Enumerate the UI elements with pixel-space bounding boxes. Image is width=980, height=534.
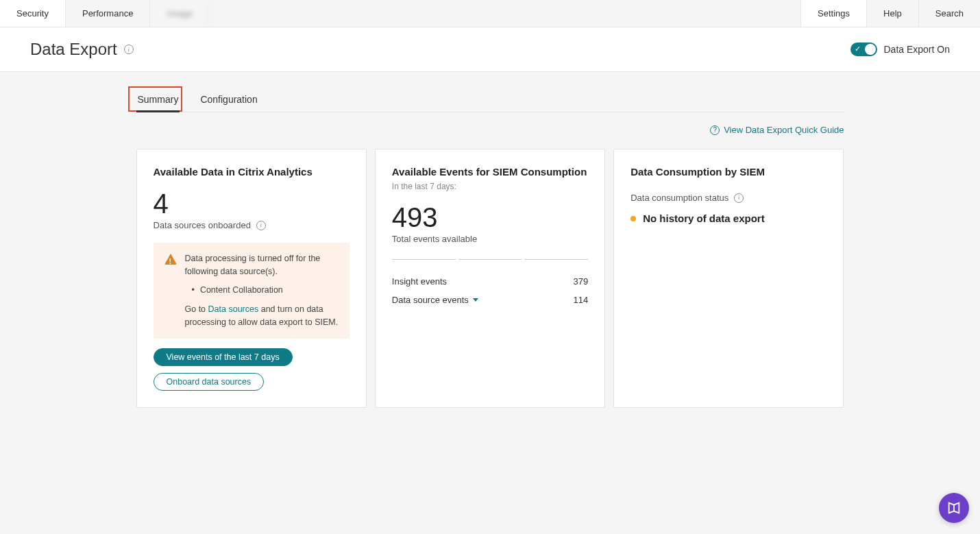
status-label: Data consumption status xyxy=(630,193,728,203)
view-events-button[interactable]: View events of the last 7 days xyxy=(154,348,293,366)
tab-summary[interactable]: Summary xyxy=(136,88,180,112)
page-title-text: Data Export xyxy=(30,40,117,59)
info-icon[interactable]: i xyxy=(124,45,134,54)
nav-blurred[interactable]: Usage xyxy=(150,0,210,27)
metric-value: 379 xyxy=(573,276,588,287)
card3-title: Data Consumption by SIEM xyxy=(630,166,826,178)
nav-performance[interactable]: Performance xyxy=(66,0,150,27)
nav-search[interactable]: Search xyxy=(918,0,980,27)
data-sources-link[interactable]: Data sources xyxy=(208,304,259,314)
card1-title: Available Data in Citrix Analytics xyxy=(154,166,350,178)
info-icon[interactable]: i xyxy=(256,221,266,230)
nav-security[interactable]: Security xyxy=(0,0,66,27)
warning-icon xyxy=(164,254,177,265)
card-available-data: Available Data in Citrix Analytics 4 Dat… xyxy=(136,149,367,408)
top-nav: Security Performance Usage Settings Help… xyxy=(0,0,980,27)
chevron-down-icon xyxy=(473,298,478,302)
metric-name: Data source events xyxy=(392,295,469,305)
data-export-toggle[interactable] xyxy=(850,43,877,56)
card2-title: Available Events for SIEM Consumption xyxy=(392,166,588,178)
help-circle-icon: ? xyxy=(710,125,720,135)
card-available-events: Available Events for SIEM Consumption In… xyxy=(375,149,605,408)
card2-subtext: In the last 7 days: xyxy=(392,182,588,191)
card1-big-number: 4 xyxy=(154,190,350,217)
divider-segments xyxy=(392,259,588,260)
metric-row-insight: Insight events 379 xyxy=(392,272,588,291)
status-row: No history of data export xyxy=(630,213,826,224)
card2-big-number: 493 xyxy=(392,204,588,231)
info-icon[interactable]: i xyxy=(734,193,744,203)
warning-line1: Data processing is turned off for the fo… xyxy=(185,252,339,278)
status-dot-icon xyxy=(630,216,636,221)
metric-name: Insight events xyxy=(392,276,447,287)
card2-metric-label: Total events available xyxy=(392,234,588,244)
onboard-data-sources-button[interactable]: Onboard data sources xyxy=(154,373,265,391)
status-text: No history of data export xyxy=(643,213,765,224)
page-header: Data Export i Data Export On xyxy=(0,27,980,72)
nav-settings[interactable]: Settings xyxy=(800,0,866,27)
quick-guide-text: View Data Export Quick Guide xyxy=(724,125,844,135)
metric-value: 114 xyxy=(573,295,588,305)
warning-item: Content Collaboration xyxy=(185,284,339,297)
tabs: Summary Configuration xyxy=(136,88,844,112)
toggle-label: Data Export On xyxy=(884,44,951,55)
card-data-consumption: Data Consumption by SIEM Data consumptio… xyxy=(613,149,844,408)
card1-sub: Data sources onboarded xyxy=(154,220,251,230)
nav-help[interactable]: Help xyxy=(866,0,918,27)
help-fab[interactable] xyxy=(939,493,969,523)
page-title: Data Export i xyxy=(30,40,134,59)
book-icon xyxy=(946,500,961,515)
metric-row-datasource[interactable]: Data source events 114 xyxy=(392,291,588,309)
tab-configuration[interactable]: Configuration xyxy=(199,88,258,112)
quick-guide-link[interactable]: ? View Data Export Quick Guide xyxy=(710,125,844,135)
warning-line2: Go to Data sources and turn on data proc… xyxy=(185,303,339,329)
warning-box: Data processing is turned off for the fo… xyxy=(154,243,350,339)
